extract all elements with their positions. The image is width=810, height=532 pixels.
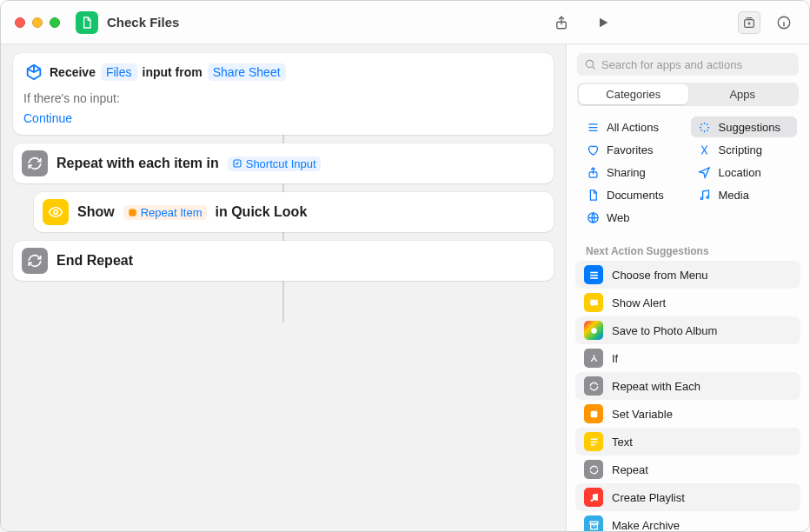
tab-categories[interactable]: Categories <box>579 84 688 104</box>
suggestion-item[interactable]: Repeat with Each <box>575 372 800 400</box>
category-all-actions[interactable]: All Actions <box>579 116 686 137</box>
svg-point-15 <box>591 328 597 334</box>
receive-verb: Receive <box>50 65 96 79</box>
repeat-icon <box>22 150 48 176</box>
repeat-head-card[interactable]: Repeat with each item in Shortcut Input <box>13 143 554 183</box>
sharing-icon <box>586 165 600 179</box>
shortcut-editor[interactable]: Receive Files input from Share Sheet If … <box>1 44 566 531</box>
svg-point-9 <box>707 196 709 198</box>
sidebar: Categories Apps All ActionsSuggestionsFa… <box>566 44 809 531</box>
suggestion-item[interactable]: Show Alert <box>575 289 800 316</box>
svg-rect-16 <box>590 410 597 417</box>
suggestion-icon <box>584 321 603 340</box>
svg-rect-5 <box>129 209 136 216</box>
input-icon <box>23 62 44 83</box>
svg-rect-11 <box>590 271 598 273</box>
eye-icon <box>43 199 69 225</box>
suggestion-item[interactable]: Create Playlist <box>575 483 800 511</box>
body: Receive Files input from Share Sheet If … <box>1 44 809 531</box>
suggestion-item[interactable]: Set Variable <box>575 400 800 428</box>
suggestion-item[interactable]: Save to Photo Album <box>575 316 800 344</box>
toolbar-right <box>550 11 795 34</box>
category-location[interactable]: Location <box>691 162 798 183</box>
receive-mid: input from <box>143 65 202 79</box>
category-suggestions[interactable]: Suggestions <box>691 116 798 137</box>
show-verb: Show <box>77 204 115 220</box>
app-window: Check Files <box>0 0 810 532</box>
suggestion-icon <box>584 293 603 312</box>
suggestion-item[interactable]: Text <box>575 428 800 456</box>
favorites-icon <box>586 143 600 156</box>
category-scripting[interactable]: Scripting <box>691 139 798 160</box>
end-repeat-text: End Repeat <box>56 253 133 269</box>
repeat-input-token[interactable]: Shortcut Input <box>228 156 321 171</box>
svg-point-6 <box>586 60 593 67</box>
suggestion-icon <box>584 404 603 423</box>
suggestion-item[interactable]: Make Archive <box>575 511 800 531</box>
tab-apps[interactable]: Apps <box>688 84 798 104</box>
quick-look-card[interactable]: Show Repeat Item in Quick Look <box>34 192 554 232</box>
suggestion-icon <box>584 349 603 368</box>
suggestion-icon <box>584 515 603 531</box>
suggestion-icon <box>584 488 603 507</box>
svg-rect-14 <box>590 299 598 305</box>
repeat-item-token[interactable]: Repeat Item <box>123 205 207 220</box>
svg-rect-13 <box>590 277 598 279</box>
svg-point-17 <box>590 499 593 502</box>
suggestion-icon <box>584 460 603 479</box>
window-title: Check Files <box>107 15 179 30</box>
category-favorites[interactable]: Favorites <box>579 139 686 160</box>
scripting-icon <box>698 143 712 156</box>
library-toggle-button[interactable] <box>738 11 760 34</box>
svg-point-18 <box>595 498 598 501</box>
web-icon <box>586 210 600 224</box>
location-icon <box>698 165 712 179</box>
titlebar: Check Files <box>1 1 809 44</box>
repeat-end-card[interactable]: End Repeat <box>13 241 554 281</box>
suggestion-item[interactable]: If <box>575 344 800 372</box>
repeat-end-icon <box>22 248 48 274</box>
receive-source-token[interactable]: Share Sheet <box>208 63 286 81</box>
minimize-window-button[interactable] <box>32 17 43 28</box>
documents-icon <box>586 188 600 202</box>
share-button[interactable] <box>550 11 573 34</box>
svg-rect-20 <box>590 523 597 529</box>
category-web[interactable]: Web <box>579 207 686 228</box>
suggestions-list: Choose from MenuShow AlertSave to Photo … <box>567 261 809 531</box>
suggestion-icon <box>584 432 603 451</box>
media-icon <box>698 188 712 202</box>
info-button[interactable] <box>773 11 795 34</box>
receive-action-card[interactable]: Receive Files input from Share Sheet If … <box>13 53 554 135</box>
svg-point-4 <box>54 210 58 215</box>
repeat-head-text: Repeat with each item in <box>56 156 219 171</box>
suggestions-heading: Next Action Suggestions <box>567 236 809 261</box>
category-documents[interactable]: Documents <box>579 184 686 205</box>
svg-rect-12 <box>590 274 598 276</box>
receive-type-token[interactable]: Files <box>101 63 137 81</box>
category-media[interactable]: Media <box>691 184 798 205</box>
run-button[interactable] <box>592 11 614 34</box>
suggestion-item[interactable]: Repeat <box>575 456 800 483</box>
close-window-button[interactable] <box>15 17 25 28</box>
search-field[interactable] <box>577 53 799 76</box>
svg-point-8 <box>700 197 703 200</box>
shortcut-document-icon <box>76 11 98 34</box>
show-tail: in Quick Look <box>216 204 308 220</box>
zoom-window-button[interactable] <box>50 17 60 28</box>
search-input[interactable] <box>601 58 792 71</box>
noinput-action-token[interactable]: Continue <box>23 111 72 125</box>
category-grid: All ActionsSuggestionsFavoritesScripting… <box>567 113 809 236</box>
suggestions-icon <box>698 120 712 134</box>
suggestion-item[interactable]: Choose from Menu <box>575 261 800 289</box>
window-controls <box>15 17 60 28</box>
suggestion-icon <box>584 265 603 284</box>
category-sharing[interactable]: Sharing <box>579 162 686 183</box>
suggestion-icon <box>584 376 603 396</box>
library-tabs: Categories Apps <box>577 83 799 106</box>
all-actions-icon <box>586 120 600 134</box>
noinput-label: If there's no input: <box>23 91 543 105</box>
